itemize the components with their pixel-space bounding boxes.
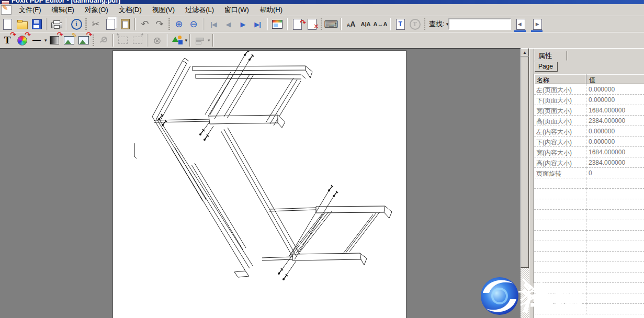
property-row-4[interactable]: 左(内容大小)0.000000: [534, 126, 644, 137]
property-name: 高(页面大小): [534, 116, 586, 126]
menu-item-4[interactable]: 视图(V): [147, 4, 180, 16]
menu-item-0[interactable]: 文件(F): [14, 4, 47, 16]
zoom-in-button[interactable]: ⊕: [172, 17, 186, 31]
next-page-button[interactable]: ▶: [235, 17, 250, 31]
font-size-icon: AA: [347, 20, 356, 28]
small-arrow-icon: ↰: [116, 32, 120, 38]
menu-item-2[interactable]: 对象(O): [80, 4, 114, 16]
rotate-object-left-button[interactable]: ↰: [116, 33, 130, 47]
property-row-1[interactable]: 下(页面大小)0.000000: [534, 95, 644, 105]
property-row-6[interactable]: 宽(内容大小)1684.000000: [534, 147, 644, 157]
rotate-page-button[interactable]: ↷: [290, 17, 304, 31]
toolbar-drag-handle[interactable]: [424, 18, 425, 30]
new-document-button[interactable]: [0, 17, 15, 31]
rotate-object-right-button[interactable]: ↱: [130, 33, 145, 47]
magic-wand-button[interactable]: [96, 33, 110, 47]
find-previous-button[interactable]: ◀: [513, 17, 528, 31]
last-page-button[interactable]: ▶|: [250, 17, 265, 31]
open-button[interactable]: [15, 17, 29, 31]
pdf-page[interactable]: [112, 50, 406, 318]
separator: [134, 18, 135, 30]
image-button[interactable]: ↷: [76, 33, 91, 47]
separator: [203, 18, 204, 30]
copy-button[interactable]: [103, 17, 118, 31]
save-button[interactable]: [29, 17, 44, 31]
find-next-icon: ▶: [533, 19, 542, 30]
property-value[interactable]: 0.000000: [586, 95, 644, 105]
property-row-3[interactable]: 高(页面大小)2384.000000: [534, 116, 644, 126]
previous-page-button[interactable]: ◀: [221, 17, 235, 31]
undo-button[interactable]: ↶: [138, 17, 152, 31]
property-value[interactable]: 1684.000000: [586, 147, 644, 157]
property-value[interactable]: 1684.000000: [586, 105, 644, 116]
document-info-button[interactable]: i: [69, 17, 84, 31]
document-canvas[interactable]: [0, 48, 521, 318]
redo-button[interactable]: ↷: [152, 17, 167, 31]
property-row-7[interactable]: 高(内容大小)2384.000000: [534, 157, 644, 168]
toolbar-drag-handle[interactable]: [321, 18, 322, 30]
empty-row: [534, 199, 644, 210]
document-menu-icon[interactable]: ✎: [1, 5, 12, 15]
edit-image-button[interactable]: ✎: [62, 33, 76, 47]
empty-row: [534, 241, 644, 252]
property-name: [534, 262, 586, 272]
insert-shape-button[interactable]: [170, 33, 185, 47]
empty-row: [534, 262, 644, 272]
shading-button[interactable]: ↷: [47, 33, 62, 47]
scroll-up-button[interactable]: ▲: [521, 48, 529, 56]
edit-text-button[interactable]: T↷: [0, 33, 15, 47]
property-name: 宽(页面大小): [534, 105, 586, 116]
add-text-button[interactable]: T: [393, 17, 408, 31]
char-spacing-button[interactable]: A↔A: [373, 17, 388, 31]
property-row-5[interactable]: 下(内容大小)0.000000: [534, 137, 644, 147]
menu-item-6[interactable]: 窗口(W): [219, 4, 254, 16]
property-value[interactable]: 0.000000: [586, 126, 644, 137]
zoom-out-button[interactable]: ⊖: [186, 17, 201, 31]
title-bar: Foxit PDF Editor - [danhuang.pdf]: [0, 0, 644, 4]
cut-button[interactable]: ✂: [88, 17, 103, 31]
delete-object-button[interactable]: ⊗: [150, 33, 165, 47]
menu-item-7[interactable]: 帮助(H): [254, 4, 288, 16]
line-style-button[interactable]: —: [29, 33, 44, 47]
paste-button[interactable]: [118, 17, 132, 31]
property-value[interactable]: 0.000000: [586, 137, 644, 147]
column-header-name[interactable]: 名称: [534, 74, 586, 84]
scrollbar-thumb[interactable]: [521, 56, 529, 268]
property-value[interactable]: 2384.000000: [586, 157, 644, 168]
first-page-button[interactable]: |◀: [206, 17, 221, 31]
color-button[interactable]: ↷: [15, 33, 29, 47]
column-header-value[interactable]: 值: [586, 74, 644, 84]
kerning-icon: A|A: [361, 21, 371, 27]
find-input[interactable]: [448, 18, 511, 30]
info-icon: i: [71, 19, 82, 30]
property-row-0[interactable]: 左(页面大小)0.000000: [534, 84, 644, 95]
text-circle-button[interactable]: T: [408, 17, 422, 31]
page-layout-button[interactable]: [270, 17, 285, 31]
toolbar-drag-handle[interactable]: [93, 35, 94, 46]
property-row-2[interactable]: 宽(页面大小)1684.000000: [534, 105, 644, 116]
print-button[interactable]: [49, 17, 64, 31]
menu-item-1[interactable]: 编辑(E): [47, 4, 80, 16]
tab-page[interactable]: Page: [535, 62, 558, 72]
property-value[interactable]: 0: [586, 168, 644, 178]
delete-page-button[interactable]: ✕: [304, 17, 319, 31]
align-button[interactable]: [193, 33, 207, 47]
properties-panel: 属性 Page 名称 值 左(页面大小)0.000000下(页面大小)0.000…: [529, 48, 644, 318]
insert-shape-dropdown[interactable]: ▾: [185, 38, 188, 43]
font-size-button[interactable]: AA: [344, 17, 358, 31]
separator: [189, 34, 190, 47]
keyboard-button[interactable]: ⌨: [324, 17, 338, 31]
property-row-8[interactable]: 页面旋转0: [534, 168, 644, 178]
property-value[interactable]: 2384.000000: [586, 116, 644, 126]
align-dropdown[interactable]: ▾: [208, 38, 210, 43]
separator: [287, 18, 288, 30]
menu-item-3[interactable]: 文档(D): [114, 4, 147, 16]
property-value: [586, 252, 644, 262]
property-value[interactable]: 0.000000: [586, 84, 644, 95]
menu-item-5[interactable]: 过滤器(L): [180, 4, 219, 16]
toolbar-drag-handle[interactable]: [85, 18, 87, 30]
kerning-button[interactable]: A|A: [358, 17, 373, 31]
find-next-button[interactable]: ▶: [530, 17, 545, 31]
toolbar-drag-handle[interactable]: [168, 18, 170, 30]
vertical-scrollbar[interactable]: ▲: [521, 48, 529, 318]
